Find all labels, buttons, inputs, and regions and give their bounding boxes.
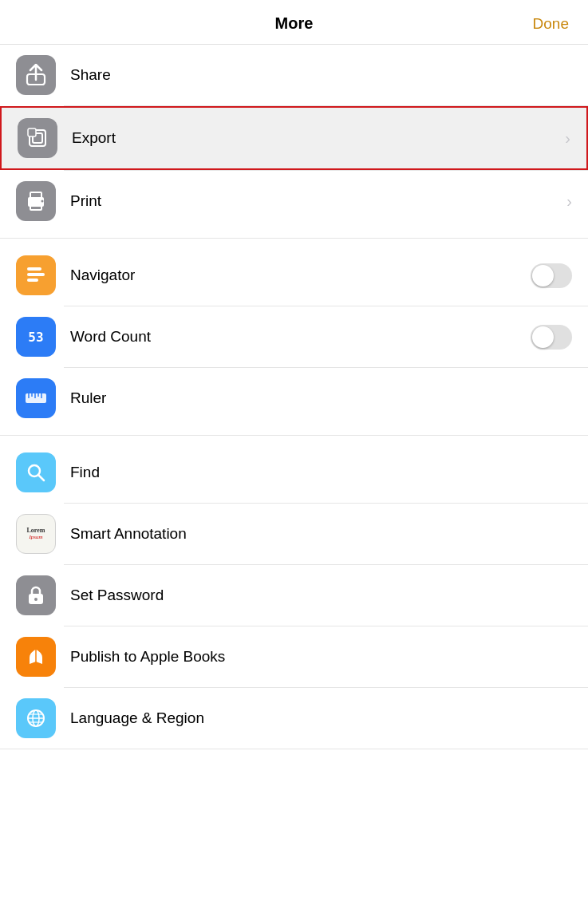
share-label: Share [70,66,572,84]
smart-annotation-label: Smart Annotation [70,525,572,543]
menu-item-set-password[interactable]: Set Password [0,565,588,626]
svg-point-20 [34,598,37,601]
language-region-icon [16,698,56,738]
menu-item-smart-annotation[interactable]: Lorem Ipsum Smart Annotation [0,504,588,564]
find-label: Find [70,464,572,481]
publish-apple-books-icon [16,637,56,677]
word-count-icon: 53 [16,317,56,357]
word-count-label: Word Count [70,328,531,346]
navigator-icon [16,255,56,295]
bottom-divider [0,749,588,749]
publish-apple-books-label: Publish to Apple Books [70,648,572,666]
share-icon [16,55,56,95]
menu-item-print[interactable]: Print› [0,171,588,231]
menu-item-ruler[interactable]: Ruler [0,368,588,429]
navigator-label: Navigator [70,267,531,284]
menu-item-find[interactable]: Find [0,442,588,503]
menu-item-navigator[interactable]: Navigator [0,245,588,306]
page-title: More [275,14,314,33]
find-icon [16,452,56,492]
menu-item-export[interactable]: Export› [0,106,588,170]
print-label: Print [70,192,566,210]
svg-rect-3 [28,128,36,136]
header: More Done [0,0,588,45]
set-password-label: Set Password [70,587,572,604]
navigator-toggle[interactable] [531,263,572,288]
export-chevron: › [565,129,570,148]
print-icon [16,181,56,221]
section-divider [0,435,588,436]
export-icon [18,118,57,158]
export-label: Export [72,129,565,147]
menu-item-share[interactable]: Share [0,45,588,105]
done-button[interactable]: Done [533,15,569,33]
word-count-toggle[interactable] [531,325,572,350]
print-chevron: › [566,192,572,211]
menu-list: Share Export› Print› Navigator53Word Cou… [0,45,588,749]
smart-annotation-icon: Lorem Ipsum [16,514,56,554]
svg-rect-9 [27,273,45,276]
language-region-label: Language & Region [70,709,572,727]
svg-point-7 [41,200,44,203]
menu-item-language-region[interactable]: Language & Region [0,688,588,749]
ruler-label: Ruler [70,389,572,407]
set-password-icon [16,575,56,615]
ruler-icon [16,378,56,418]
menu-item-word-count[interactable]: 53Word Count [0,306,588,367]
svg-line-18 [38,475,44,480]
menu-item-publish-apple-books[interactable]: Publish to Apple Books [0,626,588,687]
svg-rect-10 [27,279,38,282]
section-divider [0,238,588,239]
svg-rect-8 [27,267,41,271]
